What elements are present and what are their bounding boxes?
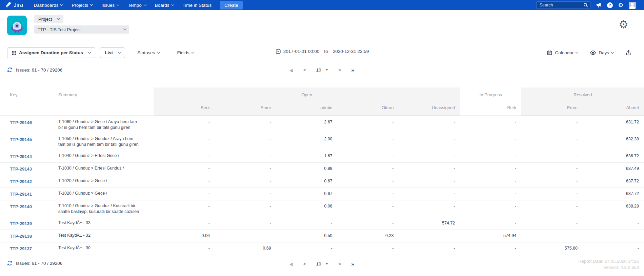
value-cell: 574.94 <box>460 230 521 242</box>
calendar-icon <box>276 49 281 54</box>
issue-key-link[interactable]: TTP-29137 <box>10 246 32 251</box>
table-row: TTP-29140T-1010 / Gunduz > Gunduz / Kusu… <box>0 200 644 217</box>
nav-item-boards[interactable]: Boards <box>150 0 178 10</box>
value-cell: - <box>460 133 521 150</box>
value-cell: - <box>215 133 276 150</box>
value-cell: 0.50 <box>276 230 338 242</box>
table-row: TTP-29145T-1050 / Gunduz > Gunduz / Aray… <box>0 133 644 150</box>
next-page-button[interactable]: > <box>338 261 341 267</box>
value-cell: 2.00 <box>276 133 338 150</box>
value-cell: - <box>521 150 583 163</box>
refresh-icon[interactable] <box>7 67 13 73</box>
user-avatar[interactable] <box>629 2 636 9</box>
issues-count-label: Issues: 61 - 70 / 29206 <box>16 261 62 266</box>
value-cell: 637.49 <box>583 163 644 175</box>
status-group-header: In Progress <box>460 87 521 100</box>
value-cell: - <box>338 150 399 163</box>
nav-item-projects[interactable]: Projects <box>67 0 97 10</box>
value-cell: - <box>460 217 521 230</box>
settings-gear-icon[interactable]: ⚙ <box>619 19 628 30</box>
date-range[interactable]: 2017-01-01 00:00 to 2020-12-31 23:59 <box>276 49 369 54</box>
value-cell: - <box>215 200 276 217</box>
prev-page-button[interactable]: < <box>303 261 306 267</box>
issue-key-cell: TTP-29137 <box>0 242 58 255</box>
issue-key-link[interactable]: TTP-29138 <box>10 234 32 239</box>
value-cell: - <box>460 163 521 175</box>
value-cell: - <box>460 116 521 133</box>
column-header-summary: Summary <box>58 87 154 116</box>
announcements-megaphone-icon[interactable] <box>596 2 602 8</box>
value-cell: 0.23 <box>338 230 399 242</box>
help-icon[interactable]: ? <box>607 2 613 8</box>
report-type-dropdown[interactable]: Assignee Duration per Status <box>7 47 95 58</box>
chevron-down-icon <box>171 3 174 6</box>
chevron-down-icon <box>157 51 160 53</box>
issue-key-link[interactable]: TTP-29142 <box>10 179 32 184</box>
search-input[interactable] <box>536 1 590 9</box>
value-cell: - <box>338 242 399 255</box>
chevron-down-icon <box>123 27 126 30</box>
unit-dropdown[interactable]: Days <box>590 47 613 58</box>
value-cell: - <box>154 133 215 150</box>
prev-page-button[interactable]: < <box>303 67 306 73</box>
value-cell: - <box>215 116 276 133</box>
fields-dropdown[interactable]: Fields <box>177 47 194 58</box>
chevron-down-icon <box>143 3 146 6</box>
calendar-icon <box>547 50 552 55</box>
issue-key-link[interactable]: TTP-29146 <box>10 120 32 125</box>
chevron-down-icon <box>191 51 194 53</box>
value-cell: - <box>399 175 460 188</box>
page-size-select[interactable]: 10 ▼ <box>316 261 328 267</box>
first-page-button[interactable]: « <box>290 261 293 267</box>
value-cell: - <box>154 188 215 200</box>
page-size-select[interactable]: 10 ▼ <box>316 67 328 73</box>
issue-key-link[interactable]: TTP-29144 <box>10 154 32 159</box>
nav-item-time-in-status[interactable]: Time in Status <box>178 0 216 10</box>
jira-home-link[interactable]: Jira <box>5 2 23 8</box>
assignee-column-header: admin <box>276 100 338 116</box>
last-page-button[interactable]: » <box>351 261 354 267</box>
value-cell: 637.72 <box>583 188 644 200</box>
issue-key-link[interactable]: TTP-29141 <box>10 192 32 197</box>
issue-key-link[interactable]: TTP-29140 <box>10 204 32 209</box>
table-row: TTP-29138Test KaydÄ± - 320.06-0.500.23-5… <box>0 230 644 242</box>
project-type-button[interactable]: Project <box>34 15 63 23</box>
value-cell: - <box>460 200 521 217</box>
value-cell: - <box>154 150 215 163</box>
summary-cell: T-1040 / Gunduz > Ertesi Gece / <box>58 150 154 163</box>
nav-settings-gear-icon[interactable]: ⚙ <box>618 2 623 8</box>
value-cell: - <box>338 188 399 200</box>
first-page-button[interactable]: « <box>290 67 293 73</box>
create-button[interactable]: Create <box>220 1 243 9</box>
value-cell: - <box>338 175 399 188</box>
nav-item-dashboards[interactable]: Dashboards <box>29 0 67 10</box>
calendar-dropdown[interactable]: Calendar <box>547 47 578 58</box>
chevron-down-icon <box>57 17 60 20</box>
value-cell: - <box>521 163 583 175</box>
export-icon[interactable] <box>626 50 631 56</box>
table-header: KeySummaryOpenIn ProgressResolved BerkEm… <box>0 87 644 116</box>
search-icon[interactable] <box>583 3 588 7</box>
last-page-button[interactable]: » <box>351 67 354 73</box>
grid-icon <box>12 51 16 55</box>
value-cell: - <box>399 116 460 133</box>
nav-item-issues[interactable]: Issues <box>97 0 123 10</box>
status-group-header: Open <box>154 87 460 100</box>
issue-key-link[interactable]: TTP-29145 <box>10 137 32 142</box>
issue-key-cell: TTP-29139 <box>0 217 58 230</box>
issue-key-cell: TTP-29144 <box>0 150 58 163</box>
project-avatar <box>7 16 27 35</box>
value-cell: - <box>399 163 460 175</box>
project-select[interactable]: TTP - TIS Test Project <box>34 25 129 34</box>
refresh-icon[interactable] <box>7 260 13 266</box>
next-page-button[interactable]: > <box>338 67 341 73</box>
issue-key-link[interactable]: TTP-29143 <box>10 166 32 172</box>
table-row: TTP-29146T-1060 / Gunduz > Gece / Araya … <box>0 116 644 133</box>
issue-key-link[interactable]: TTP-29139 <box>10 221 32 226</box>
issue-key-cell: TTP-29142 <box>0 175 58 188</box>
statuses-dropdown[interactable]: Statuses <box>137 47 160 58</box>
view-dropdown[interactable]: List <box>100 47 125 58</box>
value-cell: - <box>521 200 583 217</box>
summary-cell: T-1050 / Gunduz > Gunduz / Araya hem tam… <box>58 133 154 150</box>
nav-item-tempo[interactable]: Tempo <box>123 0 150 10</box>
